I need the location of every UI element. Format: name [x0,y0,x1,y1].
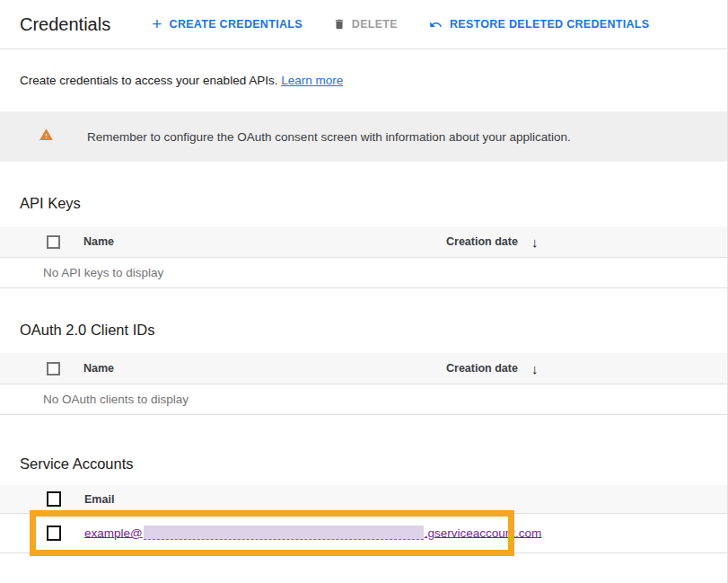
api-keys-empty-row: No API keys to display [0,258,727,288]
intro-sentence: Create credentials to access your enable… [20,74,277,87]
select-all-checkbox[interactable] [47,491,61,507]
warning-triangle-icon [39,128,54,146]
page-title: Credentials [20,14,110,35]
oauth-clients-table: Name Creation date ↓ No OAuth clients to… [0,353,727,415]
creation-date-label: Creation date [446,235,518,248]
service-account-email-link[interactable]: example@.gserviceaccount.com [84,526,541,542]
email-prefix: example@ [84,526,143,539]
column-header-name: Name [83,362,114,375]
creation-date-label: Creation date [446,362,518,375]
learn-more-link[interactable]: Learn more [281,74,343,87]
undo-icon [428,18,443,31]
service-accounts-table: Email example@.gserviceaccount.com [0,485,727,553]
email-suffix: .gserviceaccount.com [425,526,542,539]
sort-descending-arrow-icon[interactable]: ↓ [531,234,539,250]
header-toolbar: Credentials + CREATE CREDENTIALS DELETE … [0,0,727,49]
column-header-creation-date[interactable]: Creation date ↓ [446,226,538,257]
sort-descending-arrow-icon[interactable]: ↓ [531,361,539,376]
service-accounts-table-header: Email [0,485,727,514]
create-credentials-button[interactable]: + CREATE CREDENTIALS [152,18,303,31]
row-checkbox[interactable] [47,526,61,541]
credentials-page: Credentials + CREATE CREDENTIALS DELETE … [0,0,728,583]
oauth-clients-empty-row: No OAuth clients to display [0,384,727,415]
api-keys-heading: API Keys [20,194,727,212]
service-accounts-heading: Service Accounts [20,455,727,473]
service-account-row[interactable]: example@.gserviceaccount.com [0,514,727,553]
oauth-clients-heading: OAuth 2.0 Client IDs [20,321,727,339]
select-all-checkbox[interactable] [47,362,60,375]
api-keys-table: Name Creation date ↓ No API keys to disp… [0,226,727,288]
delete-label: DELETE [352,18,398,31]
oauth-clients-table-header: Name Creation date ↓ [0,353,727,384]
restore-deleted-credentials-label: RESTORE DELETED CREDENTIALS [450,18,649,31]
column-header-creation-date[interactable]: Creation date ↓ [446,353,538,384]
api-keys-table-header: Name Creation date ↓ [0,226,727,258]
create-credentials-label: CREATE CREDENTIALS [170,18,303,31]
oauth-consent-warning-banner: Remember to configure the OAuth consent … [0,111,727,162]
restore-deleted-credentials-button[interactable]: RESTORE DELETED CREDENTIALS [428,18,649,31]
warning-text: Remember to configure the OAuth consent … [87,130,571,144]
column-header-name: Name [83,235,114,248]
redacted-project-id [144,526,424,540]
plus-icon: + [152,18,162,31]
select-all-checkbox[interactable] [47,235,60,249]
delete-button[interactable]: DELETE [333,17,398,31]
trash-icon [333,17,346,31]
intro-text: Create credentials to access your enable… [0,49,727,87]
toolbar-actions: + CREATE CREDENTIALS DELETE RESTORE DELE… [152,17,649,31]
column-header-email: Email [84,493,114,506]
